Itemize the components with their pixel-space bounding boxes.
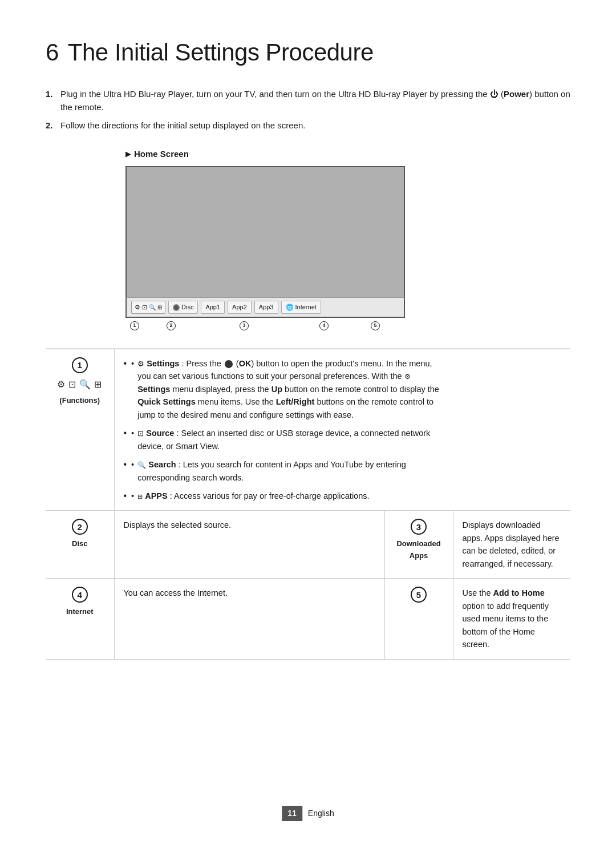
annotation-2: 2	[167, 321, 176, 330]
title-text: The Initial Settings Procedure	[68, 39, 374, 66]
functions-number-circle: 1	[72, 357, 88, 373]
search-icon-table: 🔍	[79, 378, 92, 392]
disc-icon	[173, 304, 180, 311]
taskbar-app2: App2	[228, 301, 252, 314]
step-num-2: 2.	[46, 119, 58, 132]
annotation-4: 4	[319, 321, 329, 330]
bullet-dot-3: •	[131, 458, 134, 471]
app3-label: App3	[259, 302, 274, 312]
downloaded-apps-description-cell: Displays downloaded apps. Apps displayed…	[453, 511, 570, 579]
taskbar-internet-item: 🌐 Internet	[281, 301, 321, 314]
internet-icon: 🌐	[286, 302, 294, 312]
disc-label-table: Disc	[55, 538, 105, 550]
language-label: English	[308, 807, 334, 819]
step-2-text: Follow the directions for the initial se…	[60, 119, 305, 132]
settings-bullet: • ⚙ Settings : Press the (OK) button to …	[124, 357, 444, 421]
disc-description-cell: Displays the selected source.	[114, 511, 384, 579]
taskbar-disc-item: Disc	[168, 301, 198, 314]
step-num-1: 1.	[46, 87, 58, 114]
taskbar-annotations: 1 2 3 4 5	[125, 321, 405, 332]
search-icon: 🔍	[149, 303, 156, 312]
bullet-dot-2: •	[131, 427, 134, 439]
functions-label: (Functions)	[55, 395, 105, 406]
functions-cell: 1 ⚙ ⊡ 🔍 ⊞ (Functions)	[46, 349, 114, 511]
gear-icon: ⚙	[135, 302, 140, 312]
search-icon-bullet: 🔍	[137, 461, 146, 469]
internet-description-cell: You can access the Internet.	[114, 579, 384, 659]
internet-label: Internet	[295, 302, 317, 312]
search-bullet: • 🔍 Search : Lets you search for content…	[124, 458, 444, 484]
disc-label: Disc	[181, 302, 193, 312]
home-screen-section-label: Home Screen	[125, 148, 570, 161]
taskbar-app1: App1	[201, 301, 225, 314]
source-bullet-text: ⊡ Source : Select an inserted disc or US…	[137, 427, 444, 453]
search-bullet-text: 🔍 Search : Lets you search for content i…	[137, 458, 444, 484]
downloaded-apps-label: Downloaded Apps	[394, 538, 444, 561]
downloaded-apps-number-circle: 3	[411, 519, 427, 535]
disc-number-circle: 2	[72, 519, 88, 535]
apps-icon-bullet: ⊞	[137, 493, 143, 500]
screen-display-area	[125, 166, 405, 297]
annotation-3: 3	[240, 321, 249, 330]
apps-icon-table: ⊞	[94, 378, 103, 392]
gear-icon-bullet: ⚙	[137, 360, 144, 368]
intro-step-1: 1. Plug in the Ultra HD Blu-ray Player, …	[46, 87, 570, 114]
screen-taskbar: ⚙ ⊡ 🔍 ⊞ Disc App1 App2 App3 🌐	[125, 297, 405, 318]
app1-label: App1	[205, 302, 220, 312]
source-icon-table: ⊡	[68, 378, 77, 392]
downloaded-apps-cell: 3 Downloaded Apps	[384, 511, 453, 579]
apps-icon: ⊞	[157, 303, 162, 312]
footer: 11 English	[282, 806, 334, 821]
intro-list: 1. Plug in the Ultra HD Blu-ray Player, …	[46, 87, 570, 132]
annotation-5: 5	[371, 321, 380, 330]
step-1-text: Plug in the Ultra HD Blu-ray Player, tur…	[60, 87, 570, 114]
taskbar-app3: App3	[254, 301, 278, 314]
num-circle-5: 5	[371, 321, 380, 330]
bullet-dot-1: •	[131, 357, 134, 370]
num-circle-1: 1	[130, 321, 139, 330]
page-title: 6The Initial Settings Procedure	[46, 34, 570, 70]
settings-bullet-text: ⚙ Settings : Press the (OK) button to op…	[137, 357, 444, 421]
annotation-1: 1	[130, 321, 139, 330]
add-to-home-number-cell: 5	[384, 579, 453, 659]
chapter-number: 6	[46, 39, 59, 66]
disc-cell: 2 Disc	[46, 511, 114, 579]
gear-icon-table: ⚙	[57, 378, 66, 392]
taskbar-row: ⚙ ⊡ 🔍 ⊞ Disc App1 App2 App3 🌐	[131, 301, 399, 314]
functions-icons-row: ⚙ ⊡ 🔍 ⊞	[55, 378, 105, 392]
bullet-dot-4: •	[131, 490, 134, 502]
apps-bullet-text: ⊞ APPS : Access various for pay or free-…	[137, 490, 369, 502]
table-row-disc-downloaded: 2 Disc Displays the selected source. 3 D…	[46, 511, 570, 579]
screen-mockup: ⚙ ⊡ 🔍 ⊞ Disc App1 App2 App3 🌐	[125, 166, 405, 332]
table-row-functions: 1 ⚙ ⊡ 🔍 ⊞ (Functions) • ⚙ Settings : Pre…	[46, 349, 570, 511]
add-to-home-description-cell: Use the Add to Home option to add freque…	[453, 579, 570, 659]
functions-description-cell: • ⚙ Settings : Press the (OK) button to …	[114, 349, 453, 511]
gear-icon-bullet-2: ⚙	[404, 373, 411, 381]
page-number-box: 11	[282, 806, 302, 821]
apps-bullet: • ⊞ APPS : Access various for pay or fre…	[124, 490, 444, 502]
internet-cell: 4 Internet	[46, 579, 114, 659]
internet-number-circle: 4	[72, 587, 88, 603]
source-bullet: • ⊡ Source : Select an inserted disc or …	[124, 427, 444, 453]
table-row-internet-addtohome: 4 Internet You can access the Internet. …	[46, 579, 570, 659]
app2-label: App2	[232, 302, 247, 312]
num-circle-2: 2	[167, 321, 176, 330]
add-to-home-number-circle: 5	[411, 587, 427, 603]
num-circle-4: 4	[319, 321, 329, 330]
taskbar-functions-icons: ⚙ ⊡ 🔍 ⊞	[131, 301, 165, 314]
content-table: 1 ⚙ ⊡ 🔍 ⊞ (Functions) • ⚙ Settings : Pre…	[46, 349, 570, 660]
source-icon: ⊡	[142, 302, 147, 312]
num-circle-3: 3	[240, 321, 249, 330]
ok-button-icon	[225, 360, 233, 368]
source-icon-bullet: ⊡	[137, 429, 144, 438]
intro-step-2: 2. Follow the directions for the initial…	[46, 119, 570, 132]
internet-label-table: Internet	[55, 606, 105, 617]
